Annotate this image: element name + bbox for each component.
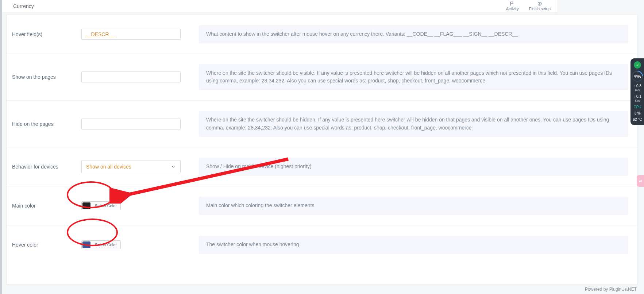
- hover-color-picker[interactable]: Select Color: [81, 240, 121, 249]
- activity-link[interactable]: Activity: [506, 1, 519, 11]
- side-tab[interactable]: ⇄: [637, 175, 644, 187]
- cpu-temp: 62 °C: [633, 117, 642, 121]
- cpu-percent: 3 %: [634, 111, 640, 115]
- help-behavior: Show / Hide on mobile device (highest pr…: [199, 158, 628, 176]
- main-color-button-label: Select Color: [92, 204, 120, 208]
- label-show-on-pages: Show on the pages: [12, 74, 73, 80]
- hover-color-swatch: [82, 241, 90, 248]
- row-main-color: Main color Select Color Main color which…: [7, 186, 637, 225]
- hover-fields-input[interactable]: [81, 29, 181, 40]
- settings-panel: Hover field(s) What content to show in t…: [7, 15, 637, 285]
- show-on-pages-input[interactable]: [81, 71, 181, 82]
- label-hide-on-pages: Hide on the pages: [12, 121, 73, 127]
- label-hover-fields: Hover field(s): [12, 31, 73, 37]
- label-behavior: Behavior for devices: [12, 164, 73, 170]
- behavior-selected: Show on all devices: [86, 164, 131, 170]
- system-monitor-widget[interactable]: ✓ 44% ↑ 0.3K/s ↓ 0.1K/s CPU 3 % 62 °C: [630, 58, 644, 125]
- hover-color-button-label: Select Color: [92, 243, 120, 247]
- topbar-right: Activity Finish setup: [506, 1, 551, 11]
- hide-on-pages-input[interactable]: [81, 119, 181, 129]
- label-hover-color: Hover color: [12, 242, 73, 248]
- main-color-picker[interactable]: Select Color: [81, 201, 121, 210]
- chevron-down-icon: [171, 164, 176, 169]
- shield-check-icon: ✓: [634, 61, 641, 69]
- row-show-on-pages: Show on the pages Where on the site the …: [7, 54, 637, 100]
- help-hover-fields: What content to show in the switcher aft…: [199, 25, 628, 43]
- row-hover-color: Hover color Select Color The switcher co…: [7, 225, 637, 264]
- row-hover-fields: Hover field(s) What content to show in t…: [7, 15, 637, 54]
- cpu-label: CPU: [633, 105, 641, 109]
- circle-half-icon: [536, 1, 543, 6]
- help-main-color: Main color which coloring the switcher e…: [199, 197, 628, 215]
- finish-setup-label: Finish setup: [529, 7, 551, 11]
- help-hide-on-pages: Where on the site the switcher should be…: [199, 111, 628, 137]
- flag-icon: [509, 1, 516, 6]
- row-behavior: Behavior for devices Show on all devices…: [7, 147, 637, 186]
- row-hide-on-pages: Hide on the pages Where on the site the …: [7, 100, 637, 147]
- upload-stat: ↑ 0.3K/s: [633, 84, 641, 92]
- top-bar: Currency Activity Finish setup: [2, 0, 557, 12]
- main-color-swatch: [82, 202, 90, 209]
- activity-label: Activity: [506, 7, 519, 11]
- help-hover-color: The switcher color when mouse hovering: [199, 236, 628, 254]
- behavior-select[interactable]: Show on all devices: [81, 160, 181, 173]
- help-show-on-pages: Where on the site the switcher should be…: [199, 64, 628, 90]
- usage-gauge: 44%: [632, 71, 643, 82]
- footer-credit[interactable]: Powered by PluginUs.NET: [585, 287, 637, 292]
- gauge-value: 44%: [634, 74, 641, 78]
- label-main-color: Main color: [12, 203, 73, 209]
- finish-setup-link[interactable]: Finish setup: [529, 1, 551, 11]
- left-gutter: [0, 0, 2, 294]
- page-title: Currency: [13, 3, 34, 9]
- download-stat: ↓ 0.1K/s: [633, 94, 641, 103]
